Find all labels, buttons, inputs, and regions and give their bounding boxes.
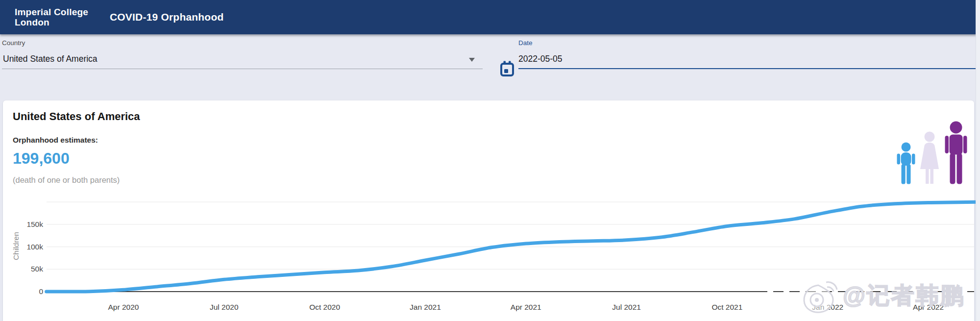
app-header: Imperial College London COVID-19 Orphanh…	[0, 0, 980, 34]
calendar-icon[interactable]	[500, 61, 514, 77]
man-icon	[943, 121, 969, 184]
orphanhood-estimate-value: 199,600	[13, 149, 70, 168]
card-country-title: United States of America	[13, 110, 140, 123]
page-title: COVID-19 Orphanhood	[110, 11, 223, 23]
country-label: Country	[2, 39, 483, 47]
woman-icon	[918, 131, 941, 184]
country-summary-card: United States of America Orphanhood esti…	[3, 100, 974, 321]
country-value: United States of America	[2, 54, 98, 64]
orphanhood-estimates-label: Orphanhood estimates:	[13, 136, 98, 145]
child-icon	[896, 142, 916, 184]
date-input[interactable]: Date 2022-05-05	[518, 39, 976, 69]
logo-line-2: London	[15, 17, 88, 27]
country-select[interactable]: Country United States of America	[2, 39, 483, 69]
orphanhood-estimate-caption: (death of one or both parents)	[13, 175, 120, 185]
date-label: Date	[518, 39, 976, 47]
calendar-leg	[509, 61, 511, 65]
calendar-leg	[504, 61, 506, 65]
imperial-college-logo[interactable]: Imperial College London	[15, 7, 88, 27]
vertical-scrollbar[interactable]	[976, 0, 980, 321]
family-pictogram	[896, 121, 969, 184]
date-value: 2022-05-05	[518, 54, 563, 64]
calendar-day-mark	[504, 69, 508, 73]
chevron-down-icon[interactable]	[469, 58, 475, 62]
logo-line-1: Imperial College	[15, 7, 88, 17]
